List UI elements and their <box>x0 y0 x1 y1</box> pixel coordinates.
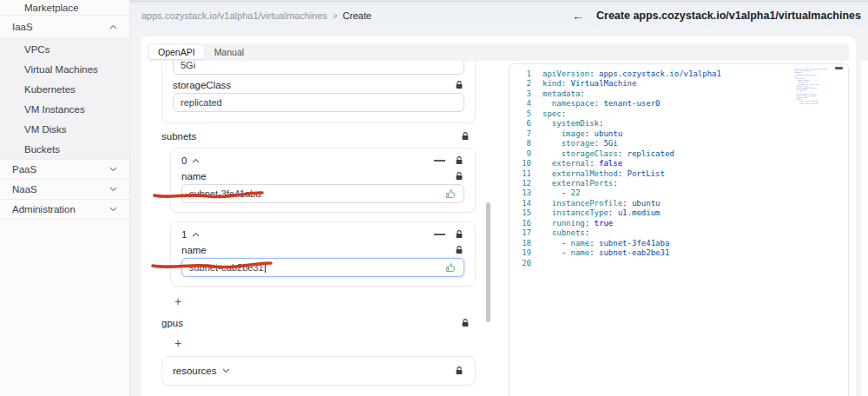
page-scrollbar[interactable] <box>861 61 868 396</box>
editor-line[interactable]: 7image: ubuntu <box>510 129 848 139</box>
lock-icon[interactable] <box>454 366 464 376</box>
tab-label: OpenAPI <box>158 47 195 57</box>
editor-line[interactable]: 6systemDisk: <box>510 119 848 129</box>
subnet-index: 1 <box>181 229 187 240</box>
lock-icon[interactable] <box>460 318 470 328</box>
subnet-name-input-1[interactable]: subnet-eab2be31 <box>181 258 464 277</box>
breadcrumb-path[interactable]: apps.cozystack.io/v1alpha1/virtualmachin… <box>141 10 327 21</box>
editor-minimap[interactable]: apiVersion: apps.cozystack.io/v1alpha1 k… <box>794 68 817 104</box>
editor-line[interactable]: 15instanceType: u1.medium <box>510 208 848 218</box>
subnet-item-card-0: 0 name subnet-3fe41aba <box>170 148 476 213</box>
sidebar-item-vpcs[interactable]: VPCs <box>0 39 129 59</box>
lock-icon[interactable] <box>454 245 464 255</box>
chevron-up-icon <box>109 24 117 30</box>
sidebar: Marketplace IaaS VPCs Virtual Machines K… <box>0 0 130 396</box>
sidebar-group-label: PaaS <box>12 164 36 175</box>
editor-line[interactable]: 14instanceProfile: ubuntu <box>510 199 848 208</box>
editor-line[interactable]: 9storageClass: replicated <box>510 149 848 159</box>
sidebar-submenu-iaas: VPCs Virtual Machines Kubernetes VM Inst… <box>0 39 129 160</box>
page-header: ← Create apps.cozystack.io/v1alpha1/virt… <box>572 3 861 29</box>
editor-overview-ruler-mark <box>835 67 843 69</box>
sidebar-item-marketplace[interactable]: Marketplace <box>0 0 129 16</box>
form-scrollbar-thumb[interactable] <box>486 202 490 322</box>
sidebar-item-virtual-machines[interactable]: Virtual Machines <box>0 59 129 79</box>
yaml-editor[interactable]: 1apiVersion: apps.cozystack.io/v1alpha12… <box>509 63 849 396</box>
breadcrumb-current: Create <box>343 10 372 21</box>
remove-item-icon[interactable] <box>434 160 445 162</box>
sidebar-item-vm-disks[interactable]: VM Disks <box>0 119 129 139</box>
lock-icon[interactable] <box>460 131 470 142</box>
tab-openapi[interactable]: OpenAPI <box>149 45 204 59</box>
resources-label: resources <box>173 366 217 376</box>
subnets-label: subnets <box>161 131 196 142</box>
breadcrumb: apps.cozystack.io/v1alpha1/virtualmachin… <box>141 3 372 29</box>
add-subnet-button[interactable]: + <box>172 295 184 307</box>
sidebar-item-vm-instances[interactable]: VM Instances <box>0 99 129 119</box>
editor-line[interactable]: 12externalPorts: <box>510 179 848 188</box>
gpus-label: gpus <box>161 318 183 328</box>
storage-class-input[interactable]: replicated <box>173 93 464 112</box>
lock-icon[interactable] <box>454 80 464 90</box>
add-gpu-button[interactable]: + <box>172 337 184 349</box>
editor-line[interactable]: 5spec: <box>510 109 848 119</box>
tab-label: Manual <box>214 47 244 57</box>
editor-line[interactable]: 19- name: subnet-eab2be31 <box>510 248 848 258</box>
editor-line[interactable]: 10external: false <box>510 159 848 168</box>
chevron-down-icon <box>109 167 117 172</box>
chevron-down-icon <box>222 368 230 373</box>
subnet-name-label: name <box>181 245 207 255</box>
sidebar-item-label: Marketplace <box>24 3 79 13</box>
editor-line[interactable]: 18- name: subnet-3fe41aba <box>510 239 848 248</box>
chevron-up-icon[interactable] <box>192 232 200 237</box>
page-title: Create apps.cozystack.io/v1alpha1/virtua… <box>596 10 861 22</box>
form-column: 5Gi storageClass replicated subnets 0 <box>161 61 476 396</box>
back-arrow-icon[interactable]: ← <box>572 9 584 23</box>
sidebar-item-label: VM Disks <box>24 124 67 135</box>
subnet-name-label: name <box>181 171 207 182</box>
editor-line[interactable]: 8storage: 5Gi <box>510 139 848 148</box>
tab-manual[interactable]: Manual <box>206 45 253 59</box>
chevron-up-icon[interactable] <box>192 158 200 163</box>
subnet-name-value: subnet-3fe41aba <box>189 188 261 199</box>
sidebar-item-kubernetes[interactable]: Kubernetes <box>0 79 129 99</box>
lock-icon[interactable] <box>454 229 464 240</box>
sidebar-item-label: Kubernetes <box>24 84 76 95</box>
sidebar-item-label: VPCs <box>24 44 49 55</box>
subnet-name-value: subnet-eab2be31 <box>189 262 264 273</box>
sidebar-group-administration[interactable]: Administration <box>0 200 129 220</box>
storage-class-label: storageClass <box>173 80 231 90</box>
editor-line[interactable]: 16running: true <box>510 219 848 228</box>
subnet-index: 0 <box>181 155 187 166</box>
resources-card[interactable]: resources <box>161 356 476 386</box>
sidebar-item-label: VM Instances <box>24 104 85 115</box>
sidebar-group-paas[interactable]: PaaS <box>0 160 129 180</box>
sidebar-group-naas[interactable]: NaaS <box>0 180 129 200</box>
editor-line[interactable]: 17subnets: <box>510 228 848 238</box>
thumbs-up-icon[interactable] <box>445 188 457 200</box>
remove-item-icon[interactable] <box>434 234 445 235</box>
storage-class-value: replicated <box>181 97 222 108</box>
editor-line[interactable]: 11externalMethod: PortList <box>510 169 848 179</box>
lock-icon[interactable] <box>454 171 464 182</box>
sidebar-item-buckets[interactable]: Buckets <box>0 139 129 159</box>
text-cursor <box>265 262 266 273</box>
thumbs-up-icon[interactable] <box>445 262 457 274</box>
top-bar: apps.cozystack.io/v1alpha1/virtualmachin… <box>130 0 868 29</box>
sidebar-group-label: NaaS <box>12 184 37 195</box>
sidebar-group-iaas[interactable]: IaaS <box>0 16 129 39</box>
subnet-name-input-0[interactable]: subnet-3fe41aba <box>181 184 464 203</box>
tab-bar: OpenAPI Manual <box>148 43 849 61</box>
storage-input-value: 5Gi <box>181 61 195 70</box>
main-panel: OpenAPI Manual 5Gi storageClass replicat… <box>141 36 856 396</box>
sidebar-group-label: IaaS <box>12 22 33 32</box>
sidebar-group-label: Administration <box>12 204 76 214</box>
sidebar-item-label: Buckets <box>24 144 60 155</box>
lock-icon[interactable] <box>454 155 464 166</box>
editor-line[interactable]: 20 <box>510 259 848 268</box>
chevron-down-icon <box>109 207 117 212</box>
breadcrumb-separator: > <box>332 11 338 21</box>
editor-line[interactable]: 13- 22 <box>510 188 848 198</box>
storage-input[interactable]: 5Gi <box>173 61 464 75</box>
chevron-down-icon <box>109 187 117 192</box>
subnet-item-card-1: 1 name subnet-eab2be31 <box>170 221 476 287</box>
